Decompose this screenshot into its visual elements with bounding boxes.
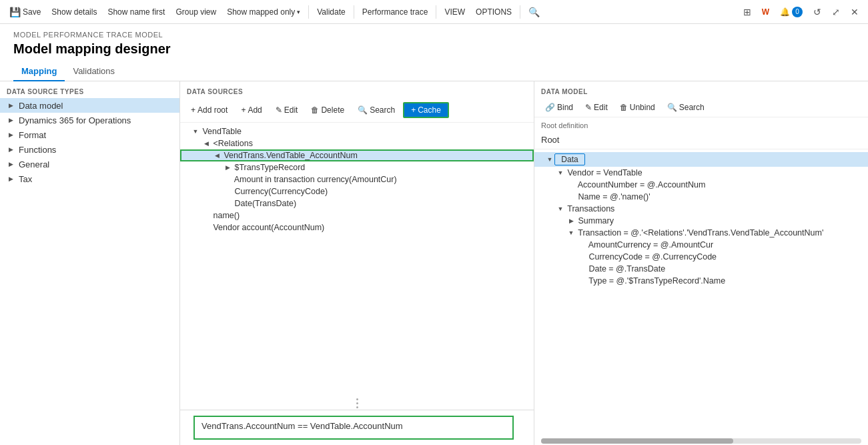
- view-button[interactable]: VIEW: [440, 6, 469, 18]
- tree-node-relations[interactable]: ◀ <Relations: [180, 137, 534, 149]
- expand-icon: [566, 180, 576, 189]
- edit-icon: ✎: [276, 105, 282, 115]
- expression-box[interactable]: VendTrans.AccountNum == VendTable.Accoun…: [193, 416, 514, 440]
- drag-handle[interactable]: [180, 396, 534, 410]
- extensions-button[interactable]: ⊞: [739, 5, 755, 19]
- options-button[interactable]: OPTIONS: [472, 6, 516, 18]
- dm-node-date-dm[interactable]: Date = @.TransDate: [534, 263, 868, 275]
- datasources-header: DATA SOURCES: [180, 81, 534, 98]
- separator: [354, 5, 354, 19]
- content-panels: DATA SOURCE TYPES ▶ Data model ▶ Dynamic…: [0, 81, 868, 445]
- close-icon: ✕: [851, 7, 859, 17]
- tree-node-currency[interactable]: Currency(CurrencyCode): [180, 185, 534, 197]
- cache-button[interactable]: + Cache: [403, 102, 449, 118]
- unbind-button[interactable]: 🗑 Unbind: [614, 101, 661, 114]
- expand-icon: [223, 187, 232, 196]
- expand-icon: ◀: [201, 139, 211, 148]
- datasource-type-general[interactable]: ▶ General: [0, 157, 179, 171]
- add-button[interactable]: + Add: [236, 103, 267, 117]
- expand-icon: ▼: [545, 155, 554, 164]
- search-icon: 🔍: [358, 105, 368, 115]
- expand-icon: [577, 276, 586, 286]
- maximize-icon: ⤢: [832, 7, 840, 17]
- datamodel-header: DATA MODEL: [534, 81, 868, 98]
- dm-node-transaction[interactable]: ▼ Transaction = @.'<Relations'.'VendTran…: [534, 227, 868, 239]
- expand-icon: ▼: [556, 204, 565, 213]
- group-view-button[interactable]: Group view: [171, 6, 220, 18]
- expand-icon: [566, 192, 576, 201]
- datasource-type-format[interactable]: ▶ Format: [0, 127, 179, 142]
- tree-node-vendtable[interactable]: ▼ VendTable: [180, 125, 534, 137]
- performance-trace-button[interactable]: Performance trace: [358, 6, 432, 18]
- tree-node-vendor-account[interactable]: Vendor account(AccountNum): [180, 221, 534, 234]
- validate-button[interactable]: Validate: [313, 6, 349, 18]
- expand-icon: [577, 252, 586, 262]
- toolbar-right: ⊞ W 🔔 0 ↺ ⤢ ✕: [739, 5, 863, 19]
- separator: [308, 5, 309, 19]
- expand-icon: ▼: [191, 127, 200, 136]
- refresh-button[interactable]: ↺: [809, 5, 825, 19]
- refresh-icon: ↺: [813, 7, 821, 17]
- search-button[interactable]: 🔍 Search: [352, 103, 400, 117]
- bell-icon: 🔔: [780, 7, 790, 17]
- horizontal-scrollbar[interactable]: [541, 438, 861, 444]
- show-mapped-only-button[interactable]: Show mapped only ▾: [223, 6, 304, 18]
- datasource-type-tax[interactable]: ▶ Tax: [0, 171, 179, 186]
- dm-node-amountcurrency[interactable]: AmountCurrency = @.AmountCur: [534, 239, 868, 251]
- delete-button[interactable]: 🗑 Delete: [306, 103, 350, 117]
- middle-panel: DATA SOURCES + Add root + Add ✎ Edit 🗑 D…: [180, 81, 534, 445]
- edit-button[interactable]: ✎ Edit: [270, 103, 304, 117]
- dm-node-currencycode[interactable]: CurrencyCode = @.CurrencyCode: [534, 251, 868, 263]
- show-name-first-button[interactable]: Show name first: [103, 6, 169, 18]
- dm-node-name-dm[interactable]: Name = @.'name()': [534, 191, 868, 203]
- maximize-button[interactable]: ⤢: [828, 5, 844, 19]
- expand-icon: [223, 199, 232, 208]
- expand-icon: [201, 211, 211, 220]
- left-panel: DATA SOURCE TYPES ▶ Data model ▶ Dynamic…: [0, 81, 180, 445]
- edit-dm-button[interactable]: ✎ Edit: [580, 101, 613, 114]
- global-search-button[interactable]: 🔍: [524, 5, 544, 19]
- add-icon: +: [241, 105, 246, 115]
- tree-node-amountcur[interactable]: Amount in transaction currency(AmountCur…: [180, 173, 534, 185]
- expand-icon: ▶: [5, 115, 16, 125]
- expand-icon: ◀: [212, 151, 222, 160]
- tab-mapping[interactable]: Mapping: [13, 62, 65, 81]
- office-button[interactable]: W: [758, 6, 773, 18]
- save-button[interactable]: 💾 Save: [5, 5, 45, 19]
- search-dm-button[interactable]: 🔍 Search: [662, 101, 710, 114]
- dropdown-arrow-icon: ▾: [297, 9, 300, 15]
- dm-node-type[interactable]: Type = @.'$TransTypeRecord'.Name: [534, 275, 868, 287]
- tree-node-vendtrans-accountnum[interactable]: ◀ VendTrans.VendTable_AccountNum: [180, 149, 534, 161]
- datasource-type-dynamics365[interactable]: ▶ Dynamics 365 for Operations: [0, 113, 179, 127]
- dm-node-transactions[interactable]: ▼ Transactions: [534, 203, 868, 215]
- bind-button[interactable]: 🔗 Bind: [540, 101, 578, 114]
- show-details-button[interactable]: Show details: [47, 6, 101, 18]
- search-icon: 🔍: [667, 103, 677, 112]
- tab-validations[interactable]: Validations: [65, 62, 123, 81]
- datasource-type-functions[interactable]: ▶ Functions: [0, 142, 179, 157]
- expand-icon: [577, 240, 586, 250]
- main-toolbar: 💾 Save Show details Show name first Grou…: [0, 0, 868, 24]
- close-button[interactable]: ✕: [847, 5, 863, 19]
- datasource-types-header: DATA SOURCE TYPES: [0, 81, 179, 98]
- add-root-button[interactable]: + Add root: [185, 103, 233, 117]
- breadcrumb: MODEL PERFORMANCE TRACE MODEL: [13, 31, 855, 39]
- dm-node-data[interactable]: ▼ Data: [534, 152, 868, 167]
- dm-node-accountnumber[interactable]: AccountNumber = @.AccountNum: [534, 179, 868, 191]
- page-title: Model mapping designer: [13, 41, 855, 57]
- tree-node-name[interactable]: name(): [180, 209, 534, 221]
- datasource-type-data-model[interactable]: ▶ Data model: [0, 98, 179, 113]
- expand-icon: ▼: [556, 168, 565, 177]
- bind-icon: 🔗: [545, 103, 555, 112]
- delete-icon: 🗑: [311, 105, 319, 115]
- dm-node-summary[interactable]: ▶ Summary: [534, 215, 868, 227]
- expression-bar: VendTrans.AccountNum == VendTable.Accoun…: [180, 410, 534, 445]
- expand-icon: ▼: [566, 228, 576, 238]
- add-root-icon: +: [191, 105, 195, 115]
- dm-node-vendor[interactable]: ▼ Vendor = VendTable: [534, 167, 868, 179]
- tree-node-transtyperecord[interactable]: ▶ $TransTypeRecord: [180, 161, 534, 173]
- expand-icon: [223, 175, 232, 184]
- save-icon: 💾: [9, 7, 21, 17]
- tree-node-date[interactable]: Date(TransDate): [180, 197, 534, 209]
- notifications-button[interactable]: 🔔 0: [776, 5, 807, 19]
